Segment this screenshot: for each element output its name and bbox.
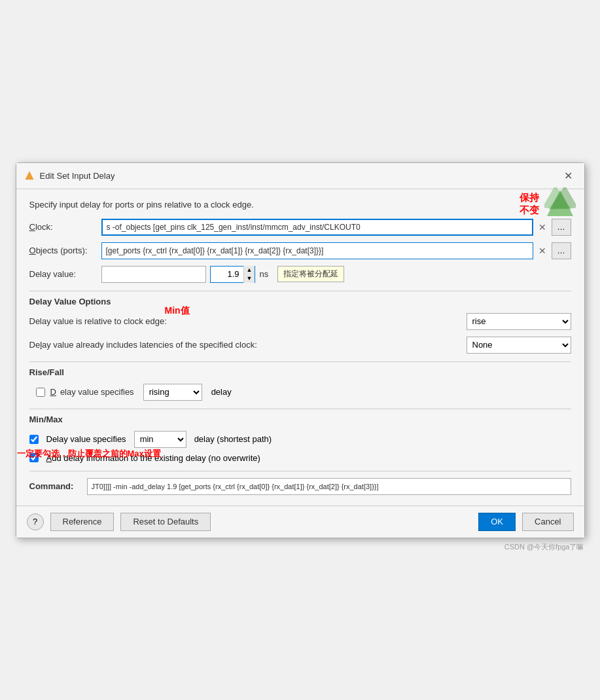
min-max-section: Min/Max Delay value specifies min max de… bbox=[29, 414, 571, 463]
delay-number-field[interactable] bbox=[211, 268, 243, 280]
edit-set-input-delay-dialog: Edit Set Input Delay ✕ Specify input del… bbox=[16, 162, 585, 538]
ok-label: OK bbox=[491, 517, 503, 526]
add-delay-label: Add delay information to the existing de… bbox=[46, 453, 260, 463]
footer: ? Reference Reset to Defaults OK Cancel bbox=[16, 506, 584, 538]
delay-suffix-label: delay bbox=[211, 387, 232, 397]
tooltip-text: 指定将被分配延 bbox=[283, 269, 338, 278]
help-icon: ? bbox=[33, 517, 37, 526]
objects-input[interactable] bbox=[101, 242, 533, 259]
reset-defaults-label: Reset to Defaults bbox=[133, 517, 198, 526]
minmax-delay-specifies-label: Delay value specifies bbox=[46, 434, 126, 444]
clock-label: Clock: bbox=[29, 222, 101, 232]
relative-clock-select[interactable]: rise fall bbox=[467, 313, 571, 330]
delay-input-area: ▲ ▼ ns 指定将被分配延 bbox=[101, 266, 345, 283]
delay-number-input: ▲ ▼ bbox=[210, 266, 256, 283]
delay-decrement-button[interactable]: ▼ bbox=[244, 274, 255, 283]
app-icon bbox=[24, 170, 35, 181]
reference-label: Reference bbox=[63, 517, 102, 526]
dialog-body: Specify input delay for ports or pins re… bbox=[16, 189, 584, 506]
minmax-delay-row: Delay value specifies min max delay (sho… bbox=[29, 431, 571, 448]
latencies-label: Delay value already includes latencies o… bbox=[29, 340, 467, 350]
delay-unit-label: ns bbox=[259, 269, 268, 279]
clock-input[interactable] bbox=[101, 219, 533, 236]
help-button[interactable]: ? bbox=[27, 513, 44, 530]
add-delay-checkbox[interactable] bbox=[29, 453, 39, 462]
delay-specifies-label: Delay value specifies bbox=[50, 387, 134, 397]
ok-button[interactable]: OK bbox=[478, 513, 516, 531]
delay-value-row: Delay value: ▲ ▼ ns 指定将被分配延 bbox=[29, 266, 571, 283]
delay-specifies-checkbox[interactable] bbox=[36, 388, 45, 397]
delay-spinners: ▲ ▼ bbox=[243, 266, 255, 283]
objects-clear-button[interactable]: ✕ bbox=[536, 244, 549, 257]
min-max-title: Min/Max bbox=[29, 414, 571, 424]
clock-clear-button[interactable]: ✕ bbox=[536, 221, 549, 234]
delay-empty-box bbox=[101, 266, 206, 283]
divider-1 bbox=[29, 291, 571, 291]
min-max-select[interactable]: min max bbox=[134, 431, 186, 448]
delay-increment-button[interactable]: ▲ bbox=[244, 266, 255, 274]
clock-input-area: ✕ … bbox=[101, 219, 571, 236]
svg-marker-0 bbox=[26, 172, 33, 179]
objects-input-area: ✕ … bbox=[101, 242, 571, 259]
relative-clock-row: Delay value is relative to clock edge: r… bbox=[29, 313, 571, 330]
relative-clock-label: Delay value is relative to clock edge: bbox=[29, 316, 467, 326]
clock-row: Clock: ✕ … bbox=[29, 219, 571, 236]
latencies-row: Delay value already includes latencies o… bbox=[29, 337, 571, 354]
clock-browse-button[interactable]: … bbox=[552, 219, 571, 236]
objects-row: Objects (ports): ✕ … bbox=[29, 242, 571, 259]
rise-fall-row: Delay value specifies rising falling del… bbox=[36, 384, 571, 401]
cancel-label: Cancel bbox=[535, 517, 561, 526]
cancel-button[interactable]: Cancel bbox=[522, 513, 573, 531]
divider-2 bbox=[29, 361, 571, 362]
command-input[interactable] bbox=[87, 478, 571, 495]
command-section: Command: bbox=[29, 471, 571, 495]
close-button[interactable]: ✕ bbox=[560, 168, 576, 183]
rising-falling-select[interactable]: rising falling bbox=[143, 384, 202, 401]
command-label: Command: bbox=[29, 481, 82, 491]
delay-value-options-title: Delay Value Options bbox=[29, 297, 571, 306]
tooltip-box: 指定将被分配延 bbox=[277, 266, 344, 282]
title-bar-left: Edit Set Input Delay bbox=[24, 170, 115, 181]
objects-browse-button[interactable]: … bbox=[552, 242, 571, 259]
minmax-delay-suffix-label: delay (shortest path) bbox=[194, 434, 272, 444]
divider-3 bbox=[29, 409, 571, 409]
objects-label: Objects (ports): bbox=[29, 246, 101, 255]
delay-value-label: Delay value: bbox=[29, 269, 101, 279]
title-bar: Edit Set Input Delay ✕ bbox=[16, 163, 584, 189]
latencies-select[interactable]: None early late bbox=[467, 337, 571, 354]
minmax-delay-checkbox[interactable] bbox=[29, 435, 39, 444]
rise-fall-title: Rise/Fall bbox=[29, 367, 571, 377]
dialog-title: Edit Set Input Delay bbox=[40, 171, 115, 181]
description-text: Specify input delay for ports or pins re… bbox=[29, 200, 571, 210]
add-delay-row: Add delay information to the existing de… bbox=[29, 453, 571, 463]
reset-defaults-button[interactable]: Reset to Defaults bbox=[120, 513, 211, 531]
rise-fall-section: Rise/Fall Delay value specifies rising f… bbox=[29, 367, 571, 401]
command-row: Command: bbox=[29, 478, 571, 495]
watermark: CSDN @今天你fpga了嘛 bbox=[504, 542, 584, 552]
reference-button[interactable]: Reference bbox=[50, 513, 115, 531]
